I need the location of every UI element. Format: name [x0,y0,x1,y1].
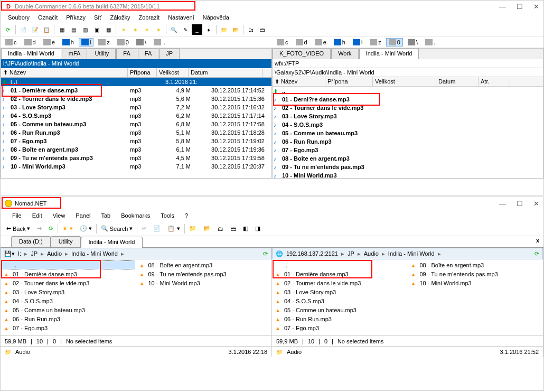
file-item[interactable]: 10 - Mini World.mp3 [137,278,271,287]
drive-h[interactable]: h [60,38,77,46]
close-button[interactable]: ✕ [533,200,539,208]
drive-d[interactable]: d [22,38,39,46]
tool-icon[interactable]: ◨ [252,224,263,233]
tool-icon[interactable]: ✶ [130,24,140,35]
file-row[interactable]: 09 - Tu ne m'entends pas.mp3 [273,163,543,171]
nomad-right-files[interactable]: ..01 - Dernière danse.mp302 - Tourner da… [272,259,543,335]
nomad-left-files[interactable]: ..01 - Dernière danse.mp302 - Tourner da… [1,259,271,335]
tool-icon[interactable]: ▥ [80,24,90,35]
file-row[interactable]: 03 - Love Story.mp3mp37,2 M30.12.2015 17… [1,103,271,111]
menu-item[interactable]: File [8,211,26,220]
refresh-icon[interactable]: ⟳ [46,224,56,233]
file-row[interactable]: 04 - S.O.S.mp3 [273,120,543,129]
file-row[interactable]: 07 - Ego.mp3mp35,8 M30.12.2015 17:19:02 [1,137,271,145]
nomad-right-breadcrumb[interactable]: 🌐 192.168.137.2:2121 ▸ JP▸Audio▸Indila -… [272,248,543,259]
drive-..[interactable]: .. [151,38,168,46]
drive-e[interactable]: e [312,38,329,46]
menu-item[interactable]: Záložky [107,13,134,22]
menu-item[interactable]: Panel [71,211,95,220]
file-item[interactable]: 09 - Tu ne m'entends pas.mp3 [409,269,542,278]
file-row[interactable]: 06 - Run Run.mp3 [273,137,543,146]
drive-z[interactable]: z [367,38,384,46]
drive-icon[interactable]: 💾▾ [4,250,15,257]
breadcrumb-item[interactable]: I: [16,250,23,257]
dc-left-filelist[interactable]: [..]3.1.2016 21:48:2701 - Dernière danse… [1,78,271,178]
tool-icon[interactable]: 📝 [30,24,40,35]
refresh-icon[interactable]: ⟳ [263,250,268,257]
copy-icon[interactable]: 📄 [151,224,163,233]
menu-item[interactable]: Nápověda [200,13,232,22]
menu-item[interactable]: Příkazy [63,13,89,22]
parent-dir[interactable]: [..]3.1.2016 21:48:27 [1,78,271,86]
file-row[interactable]: 05 - Comme un bateau.mp3 [273,129,543,137]
file-row[interactable]: 08 - Boîte en argent.mp3mp36,1 M30.12.20… [1,145,271,154]
breadcrumb-item[interactable]: Audio [45,250,64,257]
file-item[interactable]: .. [2,260,135,269]
tool-icon[interactable]: 📁 [219,24,229,35]
file-row[interactable]: 02 - Tourner dans le vide.mp3 [273,104,543,112]
drive-c[interactable]: c [3,38,20,46]
drive-\[interactable]: \ [134,38,149,46]
network-icon[interactable]: 🌐 [276,250,283,257]
search-icon[interactable]: 🔍 [168,24,179,35]
menu-item[interactable]: Soubory [5,13,33,22]
tab[interactable]: Utility [88,49,116,59]
drive-z[interactable]: z [96,38,112,46]
breadcrumb-item[interactable]: JP [29,250,40,257]
file-item[interactable]: 07 - Ego.mp3 [273,323,407,332]
column-header[interactable]: Přípona [325,77,373,86]
file-item[interactable]: 06 - Run Run.mp3 [2,314,135,323]
file-row[interactable]: 04 - S.O.S.mp3mp36,2 M30.12.2015 17:17:1… [1,111,271,120]
close-tab-button[interactable]: x [532,236,543,247]
column-header[interactable]: Přípona [128,68,157,77]
menu-item[interactable]: Bookmarks [117,211,154,220]
dc-right-path1[interactable]: wfx://FTP [273,59,543,68]
drive-\[interactable]: \ [405,38,420,46]
file-item[interactable]: 02 - Tourner dans le vide.mp3 [273,278,407,287]
column-header[interactable]: Datum [436,77,479,86]
file-item[interactable]: 07 - Ego.mp3 [2,323,135,332]
tool-icon[interactable]: 🗂 [215,225,226,233]
dc-right-filelist[interactable]: ..01 - Derni?re danse.mp302 - Tourner da… [273,87,543,178]
file-row[interactable]: 08 - Boîte en argent.mp3 [273,154,543,163]
breadcrumb-host[interactable]: 192.168.137.2:2121 [284,250,340,257]
menu-item[interactable]: Edit [28,211,46,220]
file-item[interactable]: 06 - Run Run.mp3 [273,314,407,323]
drive-c[interactable]: c [274,38,291,46]
file-item[interactable]: 01 - Dernière danse.mp3 [2,269,135,278]
file-item[interactable]: 04 - S.O.S.mp3 [2,296,135,305]
tab[interactable]: FA [138,49,158,59]
minimize-button[interactable]: — [499,200,506,208]
tool-icon[interactable]: 📂 [230,24,241,35]
tab[interactable]: Utility [51,236,81,247]
tool-icon[interactable]: 🗃 [228,225,239,233]
minimize-button[interactable]: — [499,3,506,11]
breadcrumb-item[interactable]: Indila - Mini World [69,250,120,257]
drive-..[interactable]: .. [423,38,439,46]
dc-right-path2[interactable]: \GalaxyS2\JP\Audio\Indila - Mini World [273,68,543,77]
drive-i[interactable]: i [79,38,93,46]
tool-icon[interactable]: 📁 [186,224,199,233]
tab[interactable]: Indila - Mini World [359,49,419,59]
maximize-button[interactable]: ☐ [517,3,523,11]
tool-icon[interactable]: 🗃 [257,24,268,35]
paste-icon[interactable]: 📋 ▾ [165,224,182,233]
file-row[interactable]: 01 - Derni?re danse.mp3 [273,95,543,104]
drive-0[interactable]: 0 [115,38,132,46]
menu-item[interactable]: View [49,211,70,220]
file-row[interactable]: 02 - Tourner dans le vide.mp3mp35,6 M30.… [1,95,271,103]
file-item[interactable]: 08 - Boîte en argent.mp3 [409,260,542,269]
breadcrumb-item[interactable]: JP [345,250,357,257]
menu-item[interactable]: Zobrazit [135,13,163,22]
tool-icon[interactable]: ♦ [203,24,214,35]
file-row[interactable]: 10 - Mini World.mp3 [273,171,543,178]
column-header[interactable]: Datum [189,68,262,77]
drive-i[interactable]: i [350,38,365,46]
tab[interactable]: JP [159,49,180,59]
refresh-icon[interactable]: ⟳ [3,24,13,35]
tool-icon[interactable]: ✶ [118,24,129,35]
menu-item[interactable]: Tab [97,211,115,220]
tool-icon[interactable]: 🗂 [246,24,256,35]
tool-icon[interactable]: ✶ [142,24,152,35]
file-row[interactable]: 07 - Ego.mp3 [273,146,543,154]
